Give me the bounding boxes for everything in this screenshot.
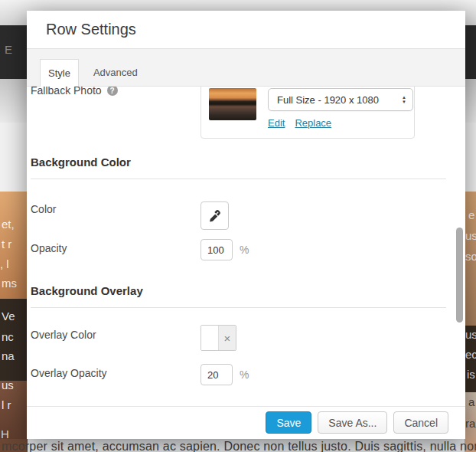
backdrop-text-fragment: H [1,427,9,441]
overlay-color-picker[interactable]: × [201,325,236,351]
replace-link[interactable]: Replace [295,117,331,129]
fallback-photo-row: Fallback Photo ? [31,87,118,97]
backdrop-text-fragment: is [467,368,475,381]
color-label: Color [31,203,56,215]
select-stepper-icon: ▲ ▼ [402,96,406,104]
clear-icon: × [224,332,231,345]
page: E et, t r , l ms Ve nc na us l r H e us … [0,0,476,452]
save-as-button[interactable]: Save As... [318,411,387,434]
overlay-color-swatch[interactable] [201,326,219,350]
photo-field: Full Size - 1920 x 1080 ▲ ▼ Edit Replace [201,87,415,139]
overlay-color-label: Overlay Color [31,329,96,341]
eyedropper-icon [208,209,221,222]
backdrop-text-fragment: l r [2,398,11,411]
backdrop-text-fragment: us [465,229,476,242]
modal-footer: Save Save As... Cancel [27,406,465,438]
backdrop-text-fragment: a [468,395,474,408]
help-icon[interactable]: ? [107,87,118,96]
backdrop-text-fragment: us [465,328,476,341]
backdrop-text-fragment: ec [465,348,476,361]
stepper-down-icon: ▼ [402,100,406,104]
stepper-up-icon: ▲ [402,96,406,100]
photo-size-select[interactable]: Full Size - 1920 x 1080 ▲ ▼ [268,88,413,111]
photo-thumbnail [209,88,256,120]
photo-controls: Full Size - 1920 x 1080 ▲ ▼ Edit Replace [268,88,413,130]
backdrop-text-fragment: Ve [2,310,15,323]
settings-content: Fallback Photo ? Full Size - 1920 x 1080… [27,87,465,406]
backdrop-text-fragment: , l [0,257,9,270]
tab-bar: Style Advanced [27,48,465,87]
backdrop-text-fragment: et, [2,218,15,231]
opacity-label: Opacity [31,242,67,254]
overlay-opacity-unit: % [240,368,249,381]
edit-link[interactable]: Edit [268,117,285,129]
photo-size-value: Full Size - 1920 x 1080 [277,94,402,106]
section-divider [31,307,446,308]
row-settings-modal: Row Settings Style Advanced Fallback Pho… [27,11,465,439]
clear-color-button[interactable]: × [219,326,236,350]
backdrop-text-fragment: so [465,250,476,263]
cancel-button[interactable]: Cancel [393,411,448,434]
backdrop-text-fragment: ms [2,277,17,290]
backdrop-text-fragment: na [2,349,15,362]
fallback-photo-label: Fallback Photo [31,87,102,97]
backdrop-lorem-text: mcorper sit amet, accumsan ac sapien. Do… [2,440,476,452]
color-picker-button[interactable] [201,201,229,230]
backdrop-text-fragment: ra [465,417,475,430]
backdrop-text-fragment: e [468,208,474,221]
backdrop-text-fragment: nc [2,330,14,343]
tab-advanced[interactable]: Advanced [79,59,152,86]
section-divider [31,179,446,179]
backdrop-text-fragment: t r [2,237,11,251]
section-heading-background-color: Background Color [31,156,131,169]
backdrop-text-fragment: E [5,43,12,56]
modal-header: Row Settings [27,11,465,48]
scrollbar-thumb[interactable] [456,228,463,323]
backdrop-text-fragment: us [2,378,14,391]
tab-style[interactable]: Style [40,59,79,87]
photo-links: Edit Replace [268,117,413,129]
save-button[interactable]: Save [266,411,311,434]
overlay-opacity-label: Overlay Opacity [31,367,107,379]
overlay-opacity-input[interactable] [201,364,233,385]
opacity-unit: % [240,244,249,256]
modal-title: Row Settings [46,21,136,38]
section-heading-background-overlay: Background Overlay [31,284,143,297]
opacity-input[interactable] [201,239,233,260]
